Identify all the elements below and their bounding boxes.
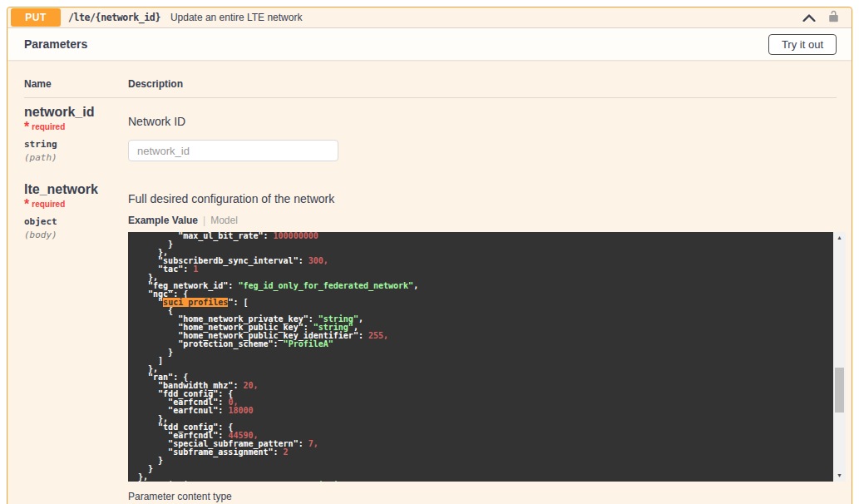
param-row-network-id: network_id *required string (path) Netwo… bbox=[24, 98, 837, 163]
tab-example-value[interactable]: Example Value bbox=[128, 215, 198, 226]
parameters-section-header: Parameters Try it out bbox=[7, 28, 852, 60]
required-label: required bbox=[32, 200, 65, 209]
endpoint-summary-text: Update an entire LTE network bbox=[170, 12, 303, 23]
code-line: } bbox=[138, 348, 833, 357]
param-name-text: lte_network bbox=[24, 182, 98, 196]
code-content: "max_ul_bit_rate": 100000000 } }, "subsc… bbox=[138, 232, 833, 482]
parameters-table-header: Name Description bbox=[24, 78, 837, 98]
scrollbar-up-arrow[interactable]: ▲ bbox=[833, 232, 846, 244]
code-line: } bbox=[138, 240, 833, 249]
endpoint-summary-row[interactable]: PUT /lte/{network_id} Update an entire L… bbox=[7, 7, 852, 28]
required-label: required bbox=[32, 122, 65, 131]
tab-separator: | bbox=[203, 215, 205, 226]
code-block: "max_ul_bit_rate": 100000000 } }, "subsc… bbox=[128, 232, 833, 482]
code-line: "earfcnul": 18000 bbox=[138, 407, 833, 415]
param-row-lte-network: lte_network *required object (body) Full… bbox=[24, 175, 837, 504]
try-it-out-button[interactable]: Try it out bbox=[768, 34, 837, 55]
code-line: "max_ul_bit_rate": 100000000 bbox=[138, 232, 833, 240]
param-name-text: network_id bbox=[24, 105, 94, 119]
code-line: "tac": 1 bbox=[138, 265, 833, 274]
code-line: } bbox=[138, 457, 833, 465]
scrollbar-down-arrow[interactable]: ▼ bbox=[833, 470, 846, 482]
required-star: * bbox=[24, 120, 29, 134]
endpoint-card: PUT /lte/{network_id} Update an entire L… bbox=[7, 7, 852, 504]
param-location: (path) bbox=[24, 152, 121, 163]
param-name: lte_network *required bbox=[24, 182, 121, 212]
param-meta-cell: lte_network *required object (body) bbox=[24, 182, 121, 504]
required-star: * bbox=[24, 197, 29, 211]
param-description: Full desired configuration of the networ… bbox=[128, 192, 846, 205]
code-line: "subframe_assignment": 2 bbox=[138, 448, 833, 457]
scrollbar-thumb[interactable] bbox=[835, 368, 844, 413]
column-header-name: Name bbox=[24, 78, 121, 90]
authorize-button[interactable] bbox=[827, 9, 840, 27]
code-line: "protection_scheme": "ProfileA" bbox=[138, 340, 833, 348]
param-type: object bbox=[24, 216, 121, 227]
code-line: ] bbox=[138, 357, 833, 365]
code-line: "feg_network_id": "feg_id_only_for_feder… bbox=[138, 282, 833, 290]
tab-model[interactable]: Model bbox=[210, 215, 238, 226]
code-line: }, bbox=[138, 365, 833, 373]
code-line: "subscriberdb_sync_interval": 300, bbox=[138, 257, 833, 265]
unlock-icon bbox=[827, 9, 840, 27]
param-description: Network ID bbox=[128, 115, 837, 128]
endpoint-path: /lte/{network_id} bbox=[68, 12, 160, 23]
collapse-button[interactable] bbox=[802, 10, 816, 25]
code-line: "suci_profiles": [ bbox=[138, 299, 833, 307]
example-value-panel: "max_ul_bit_rate": 100000000 } }, "subsc… bbox=[128, 232, 846, 482]
network-id-input[interactable] bbox=[128, 140, 338, 161]
code-line: } bbox=[138, 465, 833, 473]
param-description-cell: Network ID bbox=[128, 105, 837, 163]
param-name: network_id *required bbox=[24, 105, 121, 135]
column-header-description: Description bbox=[128, 78, 837, 90]
param-description-cell: Full desired configuration of the networ… bbox=[128, 182, 846, 504]
code-line: }, bbox=[138, 415, 833, 423]
chevron-up-icon bbox=[802, 10, 816, 25]
example-model-tabs: Example Value|Model bbox=[128, 215, 846, 226]
code-scrollbar[interactable]: ▲ ▼ bbox=[833, 232, 846, 482]
param-type: string bbox=[24, 139, 121, 150]
param-meta-cell: network_id *required string (path) bbox=[24, 105, 121, 163]
code-line: "fdd_config": { bbox=[138, 390, 833, 398]
parameters-title: Parameters bbox=[24, 37, 87, 51]
param-location: (body) bbox=[24, 230, 121, 240]
method-badge: PUT bbox=[11, 8, 61, 27]
content-type-label: Parameter content type bbox=[128, 491, 846, 502]
code-line: "bandwidth_mhz": 20, bbox=[138, 382, 833, 390]
parameters-body: Name Description network_id *required st… bbox=[7, 60, 852, 504]
